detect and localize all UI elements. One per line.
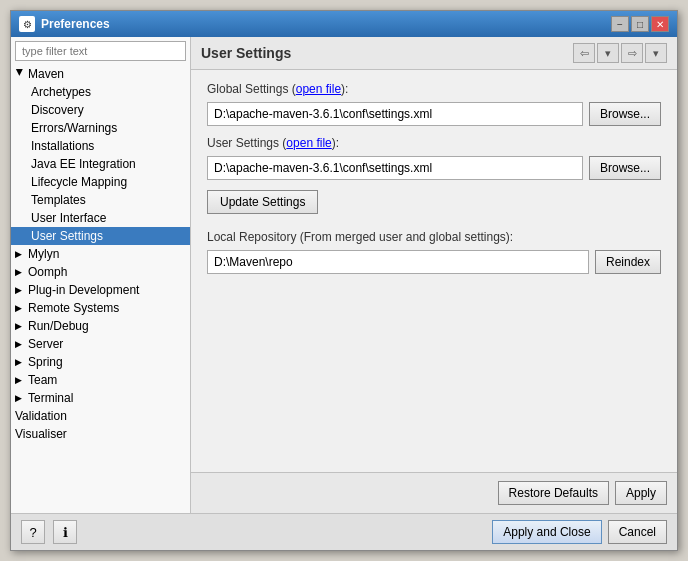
sidebar-item-maven[interactable]: ▶ Maven bbox=[11, 65, 190, 83]
right-panel: User Settings ⇦ ▾ ⇨ ▾ Global Settings (o… bbox=[191, 37, 677, 513]
nav-forward-button[interactable]: ⇨ bbox=[621, 43, 643, 63]
arrow-icon: ▶ bbox=[15, 321, 25, 331]
sidebar-item-label: Lifecycle Mapping bbox=[31, 175, 127, 189]
arrow-icon: ▶ bbox=[15, 69, 25, 79]
sidebar-item-label: Templates bbox=[31, 193, 86, 207]
arrow-icon: ▶ bbox=[15, 357, 25, 367]
sidebar-item-validation[interactable]: Validation bbox=[11, 407, 190, 425]
window-title: Preferences bbox=[41, 17, 110, 31]
maximize-button[interactable]: □ bbox=[631, 16, 649, 32]
sidebar-item-user-settings[interactable]: User Settings bbox=[11, 227, 190, 245]
arrow-icon: ▶ bbox=[15, 285, 25, 295]
info-button[interactable]: ℹ bbox=[53, 520, 77, 544]
apply-and-close-button[interactable]: Apply and Close bbox=[492, 520, 601, 544]
sidebar-item-server[interactable]: ▶ Server bbox=[11, 335, 190, 353]
preferences-window: ⚙ Preferences − □ ✕ ▶ Maven Archetypes bbox=[10, 10, 678, 551]
sidebar-item-discovery[interactable]: Discovery bbox=[11, 101, 190, 119]
sidebar-item-oomph[interactable]: ▶ Oomph bbox=[11, 263, 190, 281]
local-repo-row: Reindex bbox=[207, 250, 661, 274]
panel-body: Global Settings (open file): Browse... U… bbox=[191, 70, 677, 472]
sidebar-item-installations[interactable]: Installations bbox=[11, 137, 190, 155]
sidebar-item-run-debug[interactable]: ▶ Run/Debug bbox=[11, 317, 190, 335]
sidebar-item-user-interface[interactable]: User Interface bbox=[11, 209, 190, 227]
sidebar-item-label: Terminal bbox=[28, 391, 73, 405]
panel-header: User Settings ⇦ ▾ ⇨ ▾ bbox=[191, 37, 677, 70]
arrow-icon: ▶ bbox=[15, 267, 25, 277]
main-content: ▶ Maven Archetypes Discovery Errors/Warn… bbox=[11, 37, 677, 513]
sidebar-item-errors-warnings[interactable]: Errors/Warnings bbox=[11, 119, 190, 137]
restore-defaults-button[interactable]: Restore Defaults bbox=[498, 481, 609, 505]
user-settings-browse-button[interactable]: Browse... bbox=[589, 156, 661, 180]
cancel-button[interactable]: Cancel bbox=[608, 520, 667, 544]
sidebar-item-label: Server bbox=[28, 337, 63, 351]
sidebar-item-mylyn[interactable]: ▶ Mylyn bbox=[11, 245, 190, 263]
global-settings-link[interactable]: open file bbox=[296, 82, 341, 96]
sidebar-item-spring[interactable]: ▶ Spring bbox=[11, 353, 190, 371]
reindex-button[interactable]: Reindex bbox=[595, 250, 661, 274]
sidebar-item-label: Remote Systems bbox=[28, 301, 119, 315]
local-repo-path-input[interactable] bbox=[207, 250, 589, 274]
apply-button[interactable]: Apply bbox=[615, 481, 667, 505]
bottom-right: Apply and Close Cancel bbox=[492, 520, 667, 544]
sidebar-item-remote-systems[interactable]: ▶ Remote Systems bbox=[11, 299, 190, 317]
global-settings-label: Global Settings (open file): bbox=[207, 82, 661, 96]
sidebar-item-label: Installations bbox=[31, 139, 94, 153]
update-settings-button[interactable]: Update Settings bbox=[207, 190, 318, 214]
sidebar-item-label: Archetypes bbox=[31, 85, 91, 99]
window-icon: ⚙ bbox=[19, 16, 35, 32]
arrow-icon: ▶ bbox=[15, 249, 25, 259]
sidebar-item-label: Errors/Warnings bbox=[31, 121, 117, 135]
sidebar-item-label: Mylyn bbox=[28, 247, 59, 261]
arrow-icon: ▶ bbox=[15, 393, 25, 403]
sidebar-item-label: Oomph bbox=[28, 265, 67, 279]
sidebar-item-label: User Interface bbox=[31, 211, 106, 225]
arrow-icon: ▶ bbox=[15, 339, 25, 349]
title-bar: ⚙ Preferences − □ ✕ bbox=[11, 11, 677, 37]
sidebar-item-archetypes[interactable]: Archetypes bbox=[11, 83, 190, 101]
panel-footer: Restore Defaults Apply bbox=[191, 472, 677, 513]
help-button[interactable]: ? bbox=[21, 520, 45, 544]
sidebar-item-visualiser[interactable]: Visualiser bbox=[11, 425, 190, 443]
title-buttons: − □ ✕ bbox=[611, 16, 669, 32]
sidebar-item-label: Discovery bbox=[31, 103, 84, 117]
title-bar-left: ⚙ Preferences bbox=[19, 16, 110, 32]
bottom-left: ? ℹ bbox=[21, 520, 77, 544]
sidebar-item-label: Java EE Integration bbox=[31, 157, 136, 171]
close-button[interactable]: ✕ bbox=[651, 16, 669, 32]
local-repo-label: Local Repository (From merged user and g… bbox=[207, 230, 661, 244]
sidebar-item-terminal[interactable]: ▶ Terminal bbox=[11, 389, 190, 407]
sidebar-item-plugin-development[interactable]: ▶ Plug-in Development bbox=[11, 281, 190, 299]
nav-menu-button[interactable]: ▾ bbox=[645, 43, 667, 63]
nav-back-button[interactable]: ⇦ bbox=[573, 43, 595, 63]
help-icon: ? bbox=[29, 525, 36, 540]
user-settings-path-input[interactable] bbox=[207, 156, 583, 180]
sidebar-item-lifecycle[interactable]: Lifecycle Mapping bbox=[11, 173, 190, 191]
sidebar-item-label: Spring bbox=[28, 355, 63, 369]
user-settings-link[interactable]: open file bbox=[286, 136, 331, 150]
global-settings-browse-button[interactable]: Browse... bbox=[589, 102, 661, 126]
sidebar-item-team[interactable]: ▶ Team bbox=[11, 371, 190, 389]
filter-input[interactable] bbox=[15, 41, 186, 61]
tree-container: ▶ Maven Archetypes Discovery Errors/Warn… bbox=[11, 65, 190, 513]
sidebar-item-label: Run/Debug bbox=[28, 319, 89, 333]
global-settings-path-input[interactable] bbox=[207, 102, 583, 126]
sidebar-item-label: Validation bbox=[15, 409, 67, 423]
user-settings-row: Browse... bbox=[207, 156, 661, 180]
minimize-button[interactable]: − bbox=[611, 16, 629, 32]
info-icon: ℹ bbox=[63, 525, 68, 540]
sidebar-item-label: Plug-in Development bbox=[28, 283, 139, 297]
sidebar-item-label: Visualiser bbox=[15, 427, 67, 441]
panel-nav: ⇦ ▾ ⇨ ▾ bbox=[573, 43, 667, 63]
user-settings-label: User Settings (open file): bbox=[207, 136, 661, 150]
sidebar-item-java-ee[interactable]: Java EE Integration bbox=[11, 155, 190, 173]
sidebar-item-templates[interactable]: Templates bbox=[11, 191, 190, 209]
panel-title: User Settings bbox=[201, 45, 291, 61]
sidebar-item-label: Team bbox=[28, 373, 57, 387]
arrow-icon: ▶ bbox=[15, 375, 25, 385]
arrow-icon: ▶ bbox=[15, 303, 25, 313]
sidebar-item-label: Maven bbox=[28, 67, 64, 81]
nav-dropdown-button[interactable]: ▾ bbox=[597, 43, 619, 63]
bottom-bar: ? ℹ Apply and Close Cancel bbox=[11, 513, 677, 550]
sidebar: ▶ Maven Archetypes Discovery Errors/Warn… bbox=[11, 37, 191, 513]
global-settings-row: Browse... bbox=[207, 102, 661, 126]
